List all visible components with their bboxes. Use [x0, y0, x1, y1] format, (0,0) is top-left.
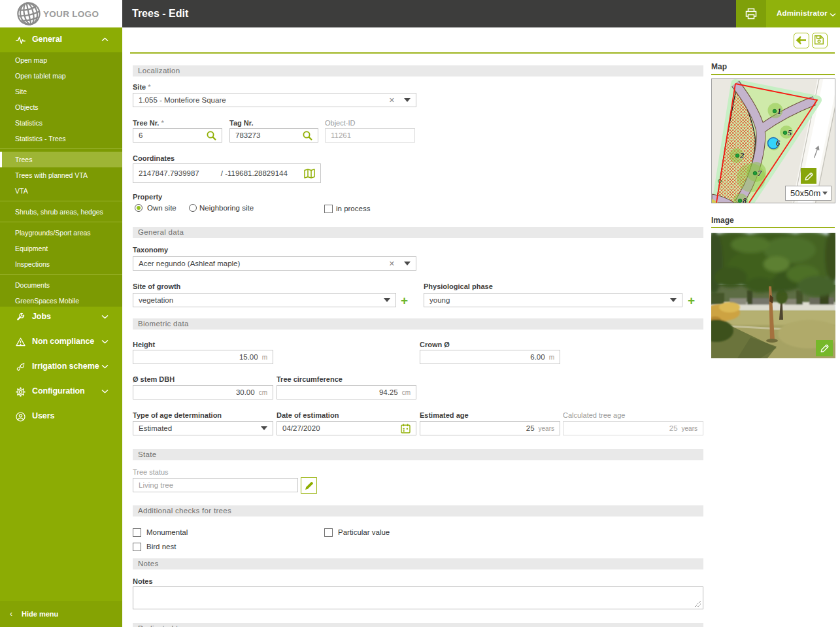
svg-text:2: 2: [739, 151, 744, 160]
svg-text:5: 5: [788, 128, 792, 137]
svg-text:7: 7: [758, 169, 762, 178]
svg-text:6: 6: [776, 139, 781, 148]
svg-text:1: 1: [777, 107, 781, 116]
svg-text:8: 8: [743, 196, 747, 203]
